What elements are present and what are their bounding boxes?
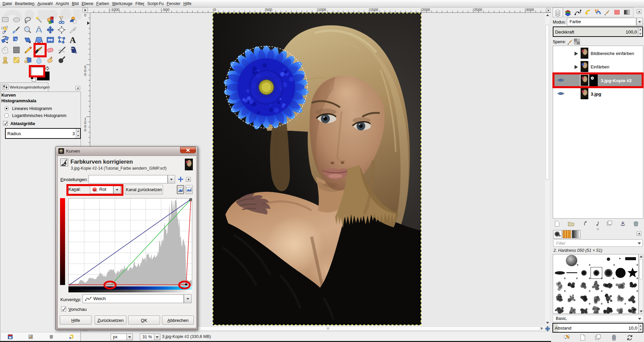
svg-text:0: 0 [84, 128, 86, 132]
svg-text:2000: 2000 [422, 8, 430, 12]
svg-text:-1000: -1000 [110, 8, 119, 12]
svg-text:500: 500 [266, 8, 272, 12]
svg-text:1500: 1500 [370, 8, 378, 12]
svg-text:2500: 2500 [474, 8, 482, 12]
svg-text:0: 0 [214, 8, 216, 12]
svg-text:Einfärben: Einfärben [591, 64, 609, 69]
svg-text:Bildbereiche einfärben: Bildbereiche einfärben [591, 51, 634, 56]
svg-text:-500: -500 [162, 8, 169, 12]
svg-text:3000: 3000 [526, 8, 534, 12]
svg-text:3.jpg: 3.jpg [591, 92, 601, 97]
svg-text:1000: 1000 [318, 8, 326, 12]
svg-text:A: A [70, 35, 76, 45]
svg-text:0: 0 [84, 72, 86, 76]
svg-text:0: 0 [84, 13, 86, 17]
